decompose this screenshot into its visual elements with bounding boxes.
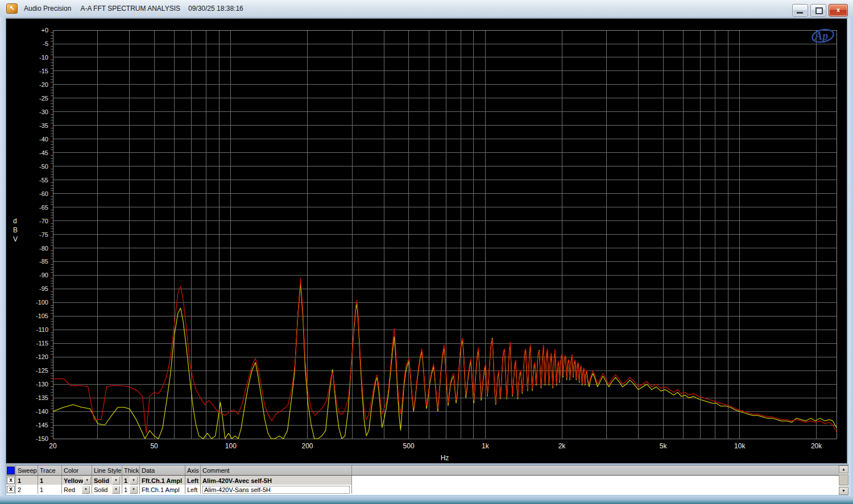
y-axis-title: V <box>13 235 18 243</box>
minimize-icon <box>797 12 803 14</box>
y-tick-label: -65 <box>39 204 48 211</box>
y-tick-label: -50 <box>39 163 48 170</box>
y-tick-label: -35 <box>39 122 48 129</box>
dropdown-arrow-icon: ▼ <box>114 488 118 491</box>
row1-comment[interactable]: Alim-420V-Avec self-5H <box>201 476 352 485</box>
close-button[interactable]: x <box>829 4 848 16</box>
maximize-button[interactable] <box>810 4 826 16</box>
header-color: Color <box>62 465 92 475</box>
y-tick-label: -150 <box>36 435 48 442</box>
y-tick-label: -70 <box>39 218 48 224</box>
row2-thick-dropdown[interactable]: ▼ <box>130 486 138 494</box>
y-tick-label: -120 <box>36 353 48 360</box>
y-tick-label: -15 <box>39 68 48 74</box>
ap-logo: Ap <box>809 27 836 46</box>
row1-color-value: Yellow <box>64 477 83 484</box>
row2-color-dropdown[interactable]: ▼ <box>82 486 90 494</box>
y-tick-label: -145 <box>36 422 48 428</box>
x-tick-label: 1k <box>482 442 490 450</box>
y-tick-label: -125 <box>36 367 48 374</box>
close-icon: x <box>837 6 840 13</box>
x-tick-label: 2k <box>558 442 566 450</box>
y-tick-label: -55 <box>39 177 48 184</box>
row2-sweep[interactable]: 2 <box>16 485 38 494</box>
row1-linestyle-value: Solid <box>94 477 109 484</box>
x-tick-label: 50 <box>150 442 158 450</box>
y-tick-label: -5 <box>43 40 48 47</box>
row1-linestyle-dropdown[interactable]: ▼ <box>112 477 120 485</box>
row2-linestyle-dropdown[interactable]: ▼ <box>112 486 120 494</box>
row1-thick-value: 1 <box>124 477 127 484</box>
y-tick-label: -140 <box>36 408 48 415</box>
row1-color-dropdown[interactable]: ▼ <box>83 477 91 485</box>
table-scrollbar: ▲ ▼ <box>839 465 848 495</box>
y-tick-label: -115 <box>36 340 48 347</box>
row1-data-source[interactable]: Fft.Ch.1 Ampl <box>140 476 185 485</box>
scrollbar-thumb[interactable] <box>839 474 848 485</box>
y-tick-label: -30 <box>39 109 48 115</box>
row2-trace[interactable]: 1 <box>38 485 62 494</box>
row1-thick-dropdown[interactable]: ▼ <box>130 477 138 485</box>
app-title: Audio Precision <box>24 5 71 13</box>
y-tick-label: +0 <box>41 27 48 34</box>
y-tick-label: -10 <box>39 54 48 61</box>
row2-filler <box>352 485 848 494</box>
y-tick-label: -60 <box>39 190 48 197</box>
maximize-icon <box>815 7 823 14</box>
window-frame-left <box>0 17 6 497</box>
minimize-button[interactable] <box>792 4 808 16</box>
x-tick-label: 5k <box>660 442 668 450</box>
trace-row-1: x 1 1 Yellow▼ Solid▼ 1▼ Fft.Ch.1 Ampl Le… <box>6 476 848 485</box>
row2-axis[interactable]: Left <box>185 485 201 494</box>
y-axis-title: d <box>13 217 17 225</box>
x-tick-label: 100 <box>225 442 237 450</box>
x-tick-label: 20k <box>811 442 822 450</box>
row2-comment-input[interactable]: Alim-420V-Sans self-5H <box>202 486 350 494</box>
dropdown-arrow-icon: ▼ <box>85 478 89 482</box>
header-sweep: Sweep <box>16 465 38 475</box>
panel-title: A-A FFT SPECTRUM ANALYSIS <box>80 5 180 13</box>
window-frame-bottom <box>0 496 853 504</box>
y-tick-label: -40 <box>39 136 48 143</box>
y-tick-label: -110 <box>36 326 48 333</box>
window-frame-right <box>848 17 853 497</box>
scrollbar-up-button[interactable]: ▲ <box>839 465 848 473</box>
sweep-trace-table: Sweep Trace Color Line Style Thick Data … <box>6 465 848 495</box>
row1-enable-checkbox[interactable]: x <box>7 477 15 484</box>
y-tick-label: -80 <box>39 245 48 252</box>
x-tick-label: 20 <box>49 442 57 450</box>
y-tick-label: -135 <box>36 394 48 401</box>
row1-trace[interactable]: 1 <box>38 476 62 485</box>
row2-thick-value: 1 <box>124 486 127 493</box>
dropdown-arrow-icon: ▼ <box>84 488 88 491</box>
dropdown-arrow-icon: ▼ <box>114 478 118 482</box>
y-tick-label: -95 <box>39 285 48 292</box>
y-tick-label: -75 <box>39 231 48 238</box>
title-timestamp: 09/30/25 18:38:16 <box>188 5 243 13</box>
spectrum-chart: +0-5-10-15-20-25-30-35-40-45-50-55-60-65… <box>6 19 847 463</box>
table-select-all-button[interactable] <box>7 466 15 474</box>
table-header-row: Sweep Trace Color Line Style Thick Data … <box>6 465 848 476</box>
dropdown-arrow-icon: ▼ <box>132 478 135 482</box>
y-tick-label: -45 <box>39 149 48 156</box>
row1-filler <box>352 476 848 485</box>
row2-enable-checkbox[interactable]: x <box>7 486 15 493</box>
spectrum-plot-panel: +0-5-10-15-20-25-30-35-40-45-50-55-60-65… <box>6 18 847 464</box>
y-tick-label: -100 <box>36 299 48 306</box>
dropdown-arrow-icon: ▼ <box>132 488 135 491</box>
y-tick-label: -90 <box>39 272 48 278</box>
x-tick-label: 10k <box>734 442 746 450</box>
y-tick-label: -85 <box>39 258 48 265</box>
row2-data-source[interactable]: Fft.Ch.1 Ampl <box>140 485 185 494</box>
row1-axis[interactable]: Left <box>185 476 201 485</box>
row2-color-value: Red <box>64 486 75 493</box>
y-tick-label: -25 <box>39 95 48 102</box>
x-tick-label: 500 <box>403 442 415 450</box>
header-data: Data <box>140 465 185 475</box>
scrollbar-down-button[interactable]: ▼ <box>839 487 848 495</box>
row1-sweep[interactable]: 1 <box>16 476 38 485</box>
title-bar: ↖ Audio Precision A-A FFT SPECTRUM ANALY… <box>0 0 853 18</box>
x-tick-label: 200 <box>301 442 313 450</box>
y-tick-label: -105 <box>36 313 48 319</box>
header-axis: Axis <box>185 465 201 475</box>
